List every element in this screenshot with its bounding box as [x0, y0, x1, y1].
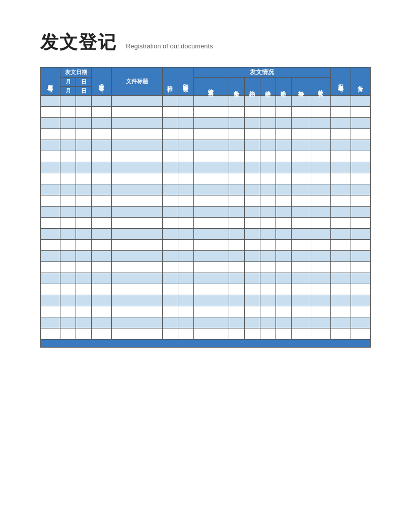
- table-cell[interactable]: [244, 140, 260, 151]
- table-cell[interactable]: [111, 195, 162, 207]
- table-cell[interactable]: [162, 229, 178, 240]
- table-cell[interactable]: [244, 173, 260, 184]
- table-cell[interactable]: [351, 251, 370, 262]
- table-cell[interactable]: [193, 151, 229, 162]
- table-cell[interactable]: [162, 273, 178, 284]
- table-cell[interactable]: [244, 284, 260, 295]
- table-cell[interactable]: [92, 118, 111, 129]
- table-cell[interactable]: [92, 328, 111, 340]
- table-cell[interactable]: [41, 306, 60, 317]
- table-cell[interactable]: [76, 306, 92, 317]
- table-cell[interactable]: [276, 162, 291, 173]
- table-cell[interactable]: [311, 251, 330, 262]
- table-cell[interactable]: [92, 306, 111, 317]
- table-cell[interactable]: [260, 251, 276, 262]
- table-cell[interactable]: [311, 96, 330, 107]
- table-cell[interactable]: [92, 207, 111, 218]
- table-cell[interactable]: [193, 284, 229, 295]
- table-cell[interactable]: [291, 284, 311, 295]
- table-cell[interactable]: [311, 195, 330, 207]
- table-cell[interactable]: [111, 96, 162, 107]
- table-cell[interactable]: [60, 306, 76, 317]
- table-cell[interactable]: [229, 229, 244, 240]
- table-cell[interactable]: [244, 207, 260, 218]
- table-cell[interactable]: [178, 328, 193, 340]
- table-cell[interactable]: [260, 107, 276, 118]
- table-cell[interactable]: [351, 151, 370, 162]
- table-cell[interactable]: [260, 306, 276, 317]
- table-cell[interactable]: [60, 240, 76, 251]
- table-cell[interactable]: [76, 295, 92, 306]
- table-row[interactable]: [41, 96, 371, 107]
- table-cell[interactable]: [331, 306, 351, 317]
- table-cell[interactable]: [178, 162, 193, 173]
- table-cell[interactable]: [76, 140, 92, 151]
- table-cell[interactable]: [276, 184, 291, 195]
- table-cell[interactable]: [276, 218, 291, 229]
- table-cell[interactable]: [229, 317, 244, 328]
- table-cell[interactable]: [260, 328, 276, 340]
- table-cell[interactable]: [331, 207, 351, 218]
- table-cell[interactable]: [331, 107, 351, 118]
- table-cell[interactable]: [291, 229, 311, 240]
- table-cell[interactable]: [76, 218, 92, 229]
- table-cell[interactable]: [193, 229, 229, 240]
- table-row[interactable]: [41, 262, 371, 273]
- table-cell[interactable]: [60, 273, 76, 284]
- table-row[interactable]: [41, 229, 371, 240]
- table-cell[interactable]: [331, 251, 351, 262]
- table-cell[interactable]: [41, 107, 60, 118]
- table-cell[interactable]: [229, 129, 244, 140]
- table-cell[interactable]: [193, 240, 229, 251]
- table-cell[interactable]: [76, 229, 92, 240]
- table-cell[interactable]: [351, 306, 370, 317]
- table-cell[interactable]: [162, 195, 178, 207]
- table-cell[interactable]: [41, 173, 60, 184]
- table-cell[interactable]: [351, 173, 370, 184]
- table-cell[interactable]: [276, 328, 291, 340]
- table-cell[interactable]: [178, 273, 193, 284]
- table-cell[interactable]: [178, 129, 193, 140]
- table-row[interactable]: [41, 240, 371, 251]
- table-cell[interactable]: [41, 273, 60, 284]
- table-cell[interactable]: [92, 107, 111, 118]
- table-cell[interactable]: [178, 207, 193, 218]
- table-cell[interactable]: [260, 151, 276, 162]
- table-cell[interactable]: [60, 173, 76, 184]
- table-cell[interactable]: [331, 284, 351, 295]
- table-cell[interactable]: [291, 162, 311, 173]
- table-row[interactable]: [41, 195, 371, 207]
- table-cell[interactable]: [244, 328, 260, 340]
- table-row[interactable]: [41, 284, 371, 295]
- table-row[interactable]: [41, 317, 371, 328]
- table-cell[interactable]: [311, 240, 330, 251]
- table-cell[interactable]: [311, 162, 330, 173]
- table-cell[interactable]: [276, 240, 291, 251]
- table-row[interactable]: [41, 129, 371, 140]
- table-cell[interactable]: [76, 195, 92, 207]
- table-cell[interactable]: [178, 118, 193, 129]
- table-cell[interactable]: [291, 306, 311, 317]
- table-cell[interactable]: [111, 218, 162, 229]
- table-row[interactable]: [41, 162, 371, 173]
- table-cell[interactable]: [311, 151, 330, 162]
- table-cell[interactable]: [229, 173, 244, 184]
- table-cell[interactable]: [178, 317, 193, 328]
- table-cell[interactable]: [291, 151, 311, 162]
- table-cell[interactable]: [162, 207, 178, 218]
- table-cell[interactable]: [244, 118, 260, 129]
- table-cell[interactable]: [331, 262, 351, 273]
- table-cell[interactable]: [76, 317, 92, 328]
- table-cell[interactable]: [162, 140, 178, 151]
- table-cell[interactable]: [111, 162, 162, 173]
- table-cell[interactable]: [311, 118, 330, 129]
- table-cell[interactable]: [229, 118, 244, 129]
- table-cell[interactable]: [162, 262, 178, 273]
- table-cell[interactable]: [260, 162, 276, 173]
- table-cell[interactable]: [351, 118, 370, 129]
- table-cell[interactable]: [178, 195, 193, 207]
- table-cell[interactable]: [92, 184, 111, 195]
- table-cell[interactable]: [291, 96, 311, 107]
- table-cell[interactable]: [60, 107, 76, 118]
- table-cell[interactable]: [311, 306, 330, 317]
